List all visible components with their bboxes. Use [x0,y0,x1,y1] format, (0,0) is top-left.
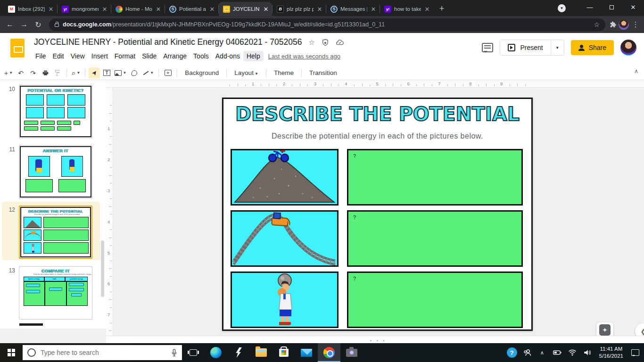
image-box-bicycle-on-hill[interactable] [231,149,339,206]
reload-button[interactable]: ↻ [32,18,44,31]
lightning-app-button[interactable] [227,343,250,362]
image-box-roller-coaster[interactable] [231,210,339,267]
taskbar-clock[interactable]: 11:41 AM 5/16/2021 [595,346,627,360]
slide-subtitle[interactable]: Describe the potential energy in each of… [223,132,531,140]
tab-close-icon[interactable]: ✕ [263,6,269,13]
transition-button[interactable]: Transition [305,67,341,78]
last-edit-link[interactable]: Last edit was seconds ago [268,53,340,60]
new-slide-button[interactable]: +▼ [3,67,14,79]
print-button[interactable] [40,67,51,79]
camera-button[interactable] [340,343,363,362]
browser-menu-icon[interactable]: ⋮ [631,20,640,29]
undo-button[interactable]: ↶ [15,67,26,79]
image-box-person-with-ball[interactable] [231,272,339,328]
redo-button[interactable]: ↷ [27,67,39,79]
doc-title[interactable]: JOYCELINE HENRY - Potiential and Kinetic… [34,37,302,47]
browser-profile-avatar[interactable] [619,19,629,30]
microsoft-store-button[interactable] [272,343,295,362]
menu-edit[interactable]: Edit [50,51,67,61]
tab-close-icon[interactable]: ✕ [424,6,430,13]
minimize-button[interactable]: — [579,0,601,14]
menu-slide[interactable]: Slide [139,51,160,61]
browser-tab-5[interactable]: JOYCELINE HE✕ [219,2,272,16]
taskbar-search-box[interactable] [23,345,182,360]
menu-file[interactable]: File [32,51,50,61]
menu-add-ons[interactable]: Add-ons [212,51,243,61]
slide-14-thumbnail-edge[interactable] [19,323,43,326]
browser-tab-1[interactable]: Inbox (292) -✕ [4,2,57,16]
insert-shape-button[interactable] [129,67,140,79]
text-box-button[interactable]: T [101,67,112,79]
get-help-button[interactable]: ? [505,343,519,362]
insert-comment-button[interactable]: + [162,67,173,79]
open-comments-icon[interactable] [482,43,493,52]
bookmark-star-icon[interactable]: ☆ [594,21,600,28]
volume-icon[interactable] [580,343,594,362]
hidden-icons-chevron[interactable]: ∧ [535,343,549,362]
answer-box-1[interactable]: ? [347,149,523,206]
slide-13-thumbnail[interactable]: COMPARE IT Drag the description labels t… [19,266,92,320]
forward-button[interactable]: → [18,18,30,31]
filmstrip-scrollbar[interactable] [101,240,104,297]
account-avatar[interactable] [620,40,636,56]
edge-button[interactable] [205,343,227,362]
share-button[interactable]: Share [571,40,614,55]
browser-tab-3[interactable]: Home - Mont✕ [111,2,165,16]
cloud-saved-icon[interactable] [336,39,344,46]
paint-format-button[interactable] [52,67,63,79]
tab-close-icon[interactable]: ✕ [101,6,108,13]
start-button[interactable] [0,343,23,362]
answer-box-2[interactable]: ? [347,210,523,267]
battery-icon[interactable] [550,343,564,362]
tab-close-icon[interactable]: ✕ [209,6,215,13]
present-button[interactable]: Present [500,40,550,55]
menu-format[interactable]: Format [111,51,139,61]
star-document-icon[interactable]: ☆ [308,38,314,47]
menu-arrange[interactable]: Arrange [160,51,190,61]
back-button[interactable]: ← [4,18,16,31]
task-view-button[interactable] [182,343,205,362]
layout-button[interactable]: Layout ▼ [230,67,263,78]
explore-button[interactable] [596,322,613,336]
tab-close-icon[interactable]: ✕ [316,6,323,13]
browser-tab-7[interactable]: Messages | Sc✕ [326,2,380,16]
people-button[interactable] [520,343,534,362]
insert-image-button[interactable]: ▼ [113,67,128,79]
theme-button[interactable]: Theme [270,67,298,78]
present-options-caret[interactable]: ▼ [551,40,564,55]
file-explorer-button[interactable] [250,343,272,362]
browser-tab-2[interactable]: mongromery✕ [58,2,111,16]
browser-tab-8[interactable]: how to take a✕ [380,2,433,16]
mail-button[interactable] [295,343,318,362]
slide-11-thumbnail[interactable]: ANSWER IT [19,145,92,198]
zoom-button[interactable]: ⌕▼ [70,67,82,79]
select-tool-button[interactable]: ➤ [89,67,100,79]
menu-insert[interactable]: Insert [88,51,111,61]
hide-menus-chevron[interactable]: ∧ [634,68,638,74]
address-bar[interactable]: docs.google.com/presentation/d/1tjkMxpN-… [49,18,605,31]
new-tab-button[interactable]: + [435,2,448,15]
menu-help[interactable]: Help [243,51,264,61]
search-input[interactable] [41,349,166,356]
slide-12-thumbnail[interactable]: DESCRIBE THE POTENTIAL Describe the pote… [19,206,92,259]
extensions-icon[interactable] [610,21,617,28]
shield-lock-icon[interactable] [322,39,329,46]
insert-line-button[interactable]: ▼ [141,67,155,79]
show-side-panel-chevron[interactable]: ❮ [635,323,644,336]
close-button[interactable]: ✕ [622,0,644,14]
browser-tab-6[interactable]: plz plz plz plz✕ [272,2,326,16]
background-button[interactable]: Background [181,67,223,78]
action-center-button[interactable] [628,343,642,362]
answer-box-3[interactable]: ? [347,272,523,328]
tab-close-icon[interactable]: ✕ [48,6,54,13]
tab-close-icon[interactable]: ✕ [370,6,377,13]
tab-search-button[interactable]: ▼ [558,4,566,12]
browser-tab-4[interactable]: Potiential and✕ [165,2,218,16]
wifi-icon[interactable] [565,343,579,362]
chrome-button[interactable] [318,343,340,362]
slides-logo-icon[interactable] [10,39,25,58]
slide-10-thumbnail[interactable]: POTENTIAL OR KINETIC? [19,85,92,138]
notes-resize-handle[interactable]: • • • [370,338,386,343]
menu-tools[interactable]: Tools [190,51,212,61]
microphone-icon[interactable] [171,349,177,357]
